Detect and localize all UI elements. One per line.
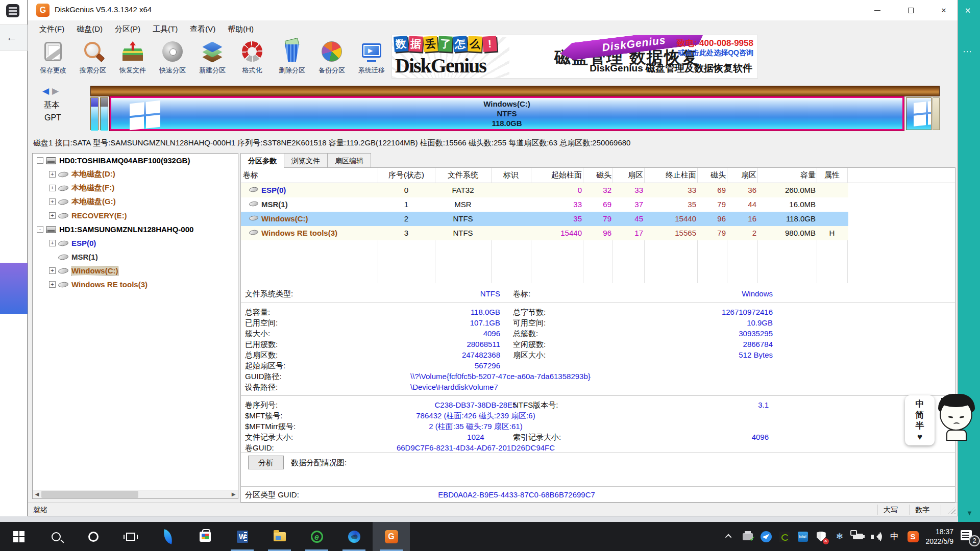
taskbar-slot-flame-app[interactable] (149, 522, 186, 551)
nvidia-icon[interactable] (779, 531, 790, 542)
partition-segment-msr[interactable] (100, 97, 108, 130)
messenger-icon[interactable] (761, 531, 772, 542)
partition-segment-esp[interactable] (90, 97, 99, 130)
taskbar-slot-store[interactable] (186, 522, 224, 551)
column-header-2[interactable]: 文件系统 (436, 168, 490, 182)
menu-item-0[interactable]: 文件(F) (33, 22, 70, 36)
tree-item-windows-c-[interactable]: +Windows(C:) (33, 264, 238, 278)
ime-item-1[interactable]: 简 (916, 411, 924, 419)
toolbar-button-search-partition[interactable]: 搜索分区 (73, 38, 113, 79)
column-header-7[interactable]: 终止柱面 (645, 168, 696, 182)
scroll-left-icon[interactable]: ◀ (33, 490, 41, 498)
sogou-icon[interactable]: S (908, 531, 919, 542)
menu-item-1[interactable]: 磁盘(D) (70, 22, 109, 36)
toolbar-button-delete-partition[interactable]: 删除分区 (272, 38, 312, 79)
partition-segment-windows-c[interactable]: Windows(C:) NTFS 118.0GB (110, 96, 904, 131)
more-options-icon[interactable]: ⋯ (963, 46, 972, 57)
tree-expander-icon[interactable]: + (49, 240, 56, 246)
tree-item--f-[interactable]: +本地磁盘(F:) (33, 181, 238, 195)
table-row[interactable]: MSR(1)1MSR33693735794416.0MB (241, 197, 848, 212)
tree-item-hd0-toshibamq04abf100-932gb-[interactable]: -HD0:TOSHIBAMQ04ABF100(932GB) (33, 154, 238, 167)
table-row[interactable]: ESP(0)0FAT3203233336936260.0MB (241, 183, 848, 197)
maximize-button[interactable] (896, 0, 925, 20)
tree-item-hd1-samsungmznln128hahq-000[interactable]: -HD1:SAMSUNGMZNLN128HAHQ-000 (33, 222, 238, 236)
ime-floating-toolbar[interactable]: 中简半♥ (905, 395, 935, 445)
tree-expander-icon[interactable]: - (37, 157, 43, 164)
taskbar-slot-edge[interactable] (335, 522, 373, 551)
column-header-1[interactable]: 序号(状态) (379, 168, 434, 182)
tab-0[interactable]: 分区参数 (240, 153, 284, 168)
disk-nav-arrows[interactable]: ◀▶ (42, 86, 59, 96)
tree-expander-icon[interactable]: + (49, 171, 56, 178)
partition-segment-free[interactable] (933, 97, 940, 130)
toolbar-button-quick-partition[interactable]: 快速分区 (153, 38, 192, 79)
column-header-0[interactable]: 卷标 (243, 168, 377, 182)
back-arrow-icon[interactable]: ← (6, 31, 17, 44)
column-header-10[interactable]: 容量 (758, 168, 816, 182)
menu-item-3[interactable]: 工具(T) (146, 22, 184, 36)
tab-2[interactable]: 扇区编辑 (327, 153, 371, 167)
scroll-right-icon[interactable]: ▶ (229, 490, 238, 498)
tree-item-esp-0-[interactable]: +ESP(0) (33, 236, 238, 250)
tree-expander-icon[interactable]: + (49, 198, 56, 205)
toolbar-button-recover-files[interactable]: 恢复文件 (113, 38, 153, 79)
scrollbar-thumb[interactable] (41, 491, 138, 498)
battery-icon[interactable] (852, 531, 864, 542)
ime-indicator[interactable]: 中 (889, 531, 900, 542)
column-header-6[interactable]: 扇区 (614, 168, 643, 182)
tree-expander-icon[interactable]: - (37, 226, 43, 233)
tree-horizontal-scrollbar[interactable]: ◀ ▶ (33, 490, 238, 498)
tree-item-msr-1-[interactable]: MSR(1) (33, 250, 238, 264)
speaker-icon[interactable] (871, 531, 882, 542)
scroll-down-icon[interactable]: ▼ (966, 509, 973, 517)
toolbar-button-save-changes[interactable]: 保存更改 (33, 38, 73, 79)
menu-item-5[interactable]: 帮助(H) (222, 22, 260, 36)
taskbar-slot-diskgenius-taskbar[interactable]: G (373, 522, 410, 551)
analyze-button[interactable]: 分析 (248, 456, 284, 469)
minimize-button[interactable] (863, 0, 892, 20)
toolbar-button-new-partition[interactable]: 新建分区 (192, 38, 232, 79)
taskbar-slot-cortana[interactable] (75, 522, 112, 551)
taskbar-slot-search[interactable] (37, 522, 75, 551)
toolbar-button-format[interactable]: 格式化 (232, 38, 272, 79)
menu-item-4[interactable]: 查看(V) (184, 22, 222, 36)
column-header-9[interactable]: 扇区 (728, 168, 756, 182)
close-button[interactable]: ✕ (929, 0, 959, 20)
column-header-3[interactable]: 标识 (492, 168, 530, 182)
toolbar-button-system-migrate[interactable]: ▶系统迁移 (352, 38, 391, 79)
tree-expander-icon[interactable]: + (49, 267, 56, 274)
defender-icon[interactable]: ✕ (816, 531, 827, 542)
column-header-4[interactable]: 起始柱面 (532, 168, 582, 182)
table-row[interactable]: Windows RE tools(3)3NTFS1544096171556579… (241, 226, 848, 240)
snowflake-icon[interactable]: ❄ (834, 531, 845, 542)
ad-banner[interactable]: 数据丢了怎么! DiskGenius 磁盘管理 数据恢复 DiskGenius … (391, 35, 758, 79)
column-header-5[interactable]: 磁头 (584, 168, 611, 182)
taskbar-slot-browser-e[interactable]: e (298, 522, 335, 551)
taskbar-clock[interactable]: 18:372022/5/9 (926, 527, 954, 546)
tray-expand-chevron-icon[interactable] (724, 531, 735, 542)
next-disk-icon[interactable]: ▶ (52, 86, 59, 96)
prev-disk-icon[interactable]: ◀ (42, 86, 49, 96)
resize-grip[interactable] (948, 507, 955, 514)
ime-item-3[interactable]: ♥ (917, 433, 922, 441)
tree-item-recovery-e-[interactable]: +RECOVERY(E:) (33, 209, 238, 222)
intel-graphics-icon[interactable]: intel (797, 531, 808, 542)
menu-item-2[interactable]: 分区(P) (109, 22, 146, 36)
taskbar-slot-file-explorer[interactable] (261, 522, 298, 551)
tree-item--d-[interactable]: +本地磁盘(D:) (33, 167, 238, 181)
ime-item-2[interactable]: 半 (916, 421, 924, 430)
partition-segment-re-tools[interactable] (906, 97, 932, 130)
toolbar-button-backup-partition[interactable]: 备份分区 (312, 38, 352, 79)
column-header-11[interactable]: 属性 (818, 168, 846, 182)
tree-item-windows-re-tools-3-[interactable]: +Windows RE tools(3) (33, 278, 238, 291)
notification-center-icon[interactable]: 2 (961, 530, 976, 543)
tree-expander-icon[interactable]: + (49, 185, 56, 191)
printer-icon[interactable]: ✓ (742, 531, 753, 542)
banner-qq-link[interactable]: 或点击此处选择QQ咨询 (678, 48, 753, 58)
taskbar-slot-word[interactable]: W (224, 522, 261, 551)
ime-item-0[interactable]: 中 (916, 399, 924, 408)
table-row[interactable]: Windows(C:)2NTFS357945154409616118.0GB (241, 212, 848, 226)
column-header-8[interactable]: 磁头 (698, 168, 726, 182)
tab-1[interactable]: 浏览文件 (284, 153, 328, 167)
taskbar-slot-task-view[interactable] (112, 522, 149, 551)
